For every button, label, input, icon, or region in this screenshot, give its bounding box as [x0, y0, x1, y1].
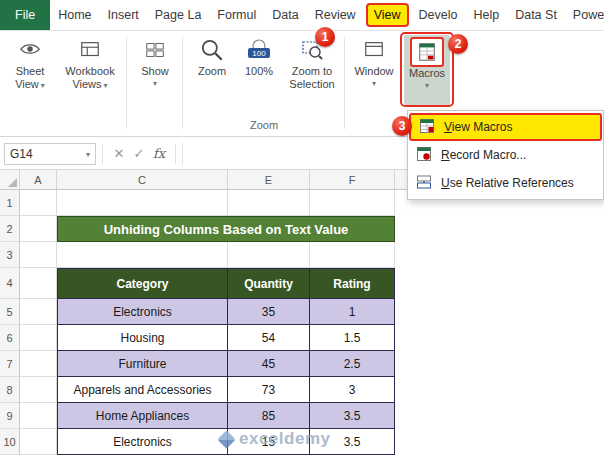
menu-item-use-relative-references[interactable]: Use Relative References: [408, 169, 603, 197]
table-cell[interactable]: 3.5: [310, 429, 395, 455]
table-cell[interactable]: Housing: [57, 325, 228, 351]
record-macro-icon: [416, 146, 432, 165]
grid-cell[interactable]: [20, 216, 57, 242]
zoom-button[interactable]: Zoom: [188, 35, 236, 78]
menu-item-label: View Macros: [444, 120, 512, 134]
sheet-row-4: 4 Category Quantity Rating: [0, 268, 604, 299]
tab-formulas[interactable]: Formul: [209, 0, 264, 31]
row-header-1[interactable]: 1: [0, 190, 20, 216]
table-cell[interactable]: 73: [228, 377, 310, 403]
grid-cell[interactable]: [20, 429, 57, 455]
zoom-100-button[interactable]: 100 100%: [238, 35, 280, 78]
column-header-a[interactable]: A: [20, 170, 57, 190]
zoom-to-selection-button[interactable]: Zoom to Selection: [282, 35, 342, 91]
row-header-7[interactable]: 7: [0, 351, 20, 377]
menu-item-record-macro[interactable]: Record Macro...: [408, 141, 603, 169]
grid-cell[interactable]: [310, 190, 395, 216]
chevron-down-icon: ▾: [153, 79, 157, 88]
column-header-f[interactable]: F: [310, 170, 395, 190]
table-header-rating[interactable]: Rating: [310, 268, 395, 299]
name-box[interactable]: G14 ▾: [4, 143, 96, 165]
grid-cell[interactable]: [20, 325, 57, 351]
tab-file[interactable]: File: [0, 0, 50, 31]
grid-cell[interactable]: [228, 242, 310, 268]
table-header-quantity[interactable]: Quantity: [228, 268, 310, 299]
row-header-8[interactable]: 8: [0, 377, 20, 403]
formula-bar-divider: [175, 144, 176, 164]
grid-cell[interactable]: [20, 299, 57, 325]
row-header-4[interactable]: 4: [0, 268, 20, 299]
view-macros-icon: [419, 118, 435, 137]
column-header-e[interactable]: E: [228, 170, 310, 190]
grid-cell[interactable]: [57, 190, 228, 216]
menu-item-view-macros[interactable]: View Macros: [409, 113, 602, 141]
sheet-row-6: 6 Housing 54 1.5: [0, 325, 604, 351]
tab-help[interactable]: Help: [465, 0, 507, 31]
workbook-views-button[interactable]: Workbook Views▾: [58, 35, 122, 92]
table-header-category[interactable]: Category: [57, 268, 228, 299]
sheet-row-2: 2 Unhiding Columns Based on Text Value: [0, 216, 604, 242]
tab-power-pivot[interactable]: Power: [565, 0, 604, 31]
grid-cell[interactable]: [20, 351, 57, 377]
table-cell[interactable]: 1.5: [310, 325, 395, 351]
table-cell[interactable]: 15: [228, 429, 310, 455]
sheet-view-button[interactable]: Sheet View▾: [6, 35, 54, 92]
grid-cell[interactable]: [20, 403, 57, 429]
enter-button[interactable]: ✓: [129, 143, 149, 165]
grid-cell[interactable]: [20, 377, 57, 403]
empty-area: [395, 299, 604, 325]
row-header-9[interactable]: 9: [0, 403, 20, 429]
show-button[interactable]: Show ▾: [132, 35, 178, 88]
table-cell[interactable]: 54: [228, 325, 310, 351]
row-header-3[interactable]: 3: [0, 242, 20, 268]
table-cell[interactable]: 2.5: [310, 351, 395, 377]
empty-area: [395, 216, 604, 242]
grid-cell[interactable]: [57, 242, 228, 268]
row-header-6[interactable]: 6: [0, 325, 20, 351]
table-cell[interactable]: 45: [228, 351, 310, 377]
empty-area: [395, 325, 604, 351]
zoom-group-label: Zoom: [186, 119, 342, 131]
zoom-to-selection-label-2: Selection: [289, 78, 334, 91]
row-header-2[interactable]: 2: [0, 216, 20, 242]
show-label: Show: [141, 65, 169, 78]
table-cell[interactable]: 35: [228, 299, 310, 325]
macros-icon: [410, 37, 444, 67]
grid-cell[interactable]: [20, 268, 57, 299]
select-all-button[interactable]: [0, 170, 20, 190]
table-cell[interactable]: 85: [228, 403, 310, 429]
table-cell[interactable]: 3: [310, 377, 395, 403]
table-cell[interactable]: 1: [310, 299, 395, 325]
macros-label: Macros: [409, 67, 445, 80]
row-header-5[interactable]: 5: [0, 299, 20, 325]
tab-page-layout[interactable]: Page La: [147, 0, 210, 31]
tab-developer[interactable]: Develo: [411, 0, 466, 31]
table-cell[interactable]: Apparels and Accessories: [57, 377, 228, 403]
tab-data[interactable]: Data: [264, 0, 306, 31]
table-cell[interactable]: Home Appliances: [57, 403, 228, 429]
cancel-button[interactable]: ✕: [109, 143, 129, 165]
window-button[interactable]: Window ▾: [350, 35, 398, 88]
empty-area: [0, 455, 604, 474]
tab-data-streamer[interactable]: Data St: [507, 0, 565, 31]
grid-cell[interactable]: [20, 242, 57, 268]
tab-view[interactable]: View: [366, 3, 409, 27]
grid-cell[interactable]: [20, 190, 57, 216]
empty-area: [395, 351, 604, 377]
tab-insert[interactable]: Insert: [100, 0, 147, 31]
tab-review[interactable]: Review: [307, 0, 364, 31]
table-cell[interactable]: Electronics: [57, 299, 228, 325]
title-banner-cell[interactable]: Unhiding Columns Based on Text Value: [57, 216, 395, 242]
row-header-10[interactable]: 10: [0, 429, 20, 455]
window-icon: [362, 35, 386, 65]
insert-function-button[interactable]: fx: [149, 143, 169, 165]
tab-home[interactable]: Home: [50, 0, 99, 31]
empty-area: [395, 268, 604, 299]
table-cell[interactable]: 3.5: [310, 403, 395, 429]
grid-cell[interactable]: [310, 242, 395, 268]
table-cell[interactable]: Furniture: [57, 351, 228, 377]
macros-button[interactable]: Macros ▾: [404, 35, 450, 105]
table-cell[interactable]: Electronics: [57, 429, 228, 455]
column-header-c[interactable]: C: [57, 170, 228, 190]
grid-cell[interactable]: [228, 190, 310, 216]
